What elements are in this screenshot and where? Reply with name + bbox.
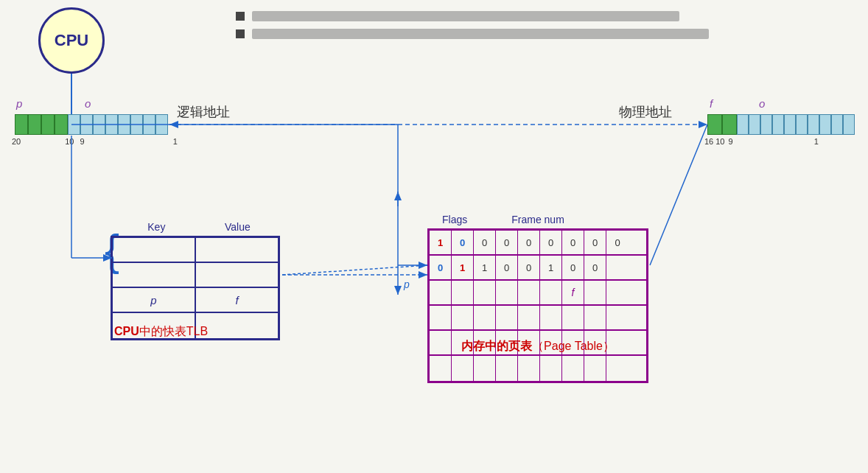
pt-r2-c9 xyxy=(606,256,629,279)
pt-r4-c2 xyxy=(452,306,474,329)
logical-seg-g1 xyxy=(15,114,28,135)
physical-addr-nums: 16 10 9 1 xyxy=(704,137,819,146)
phys-seg-b6 xyxy=(796,114,808,135)
logical-seg-b2 xyxy=(80,114,93,135)
num-10: 10 xyxy=(65,137,74,146)
logical-address-bar xyxy=(15,114,169,135)
pt-frame-header: Frame num xyxy=(511,214,564,225)
bullet-1 xyxy=(236,12,245,21)
cpu-node: CPU xyxy=(38,7,105,74)
p-up-arrowhead xyxy=(394,192,402,200)
logical-seg-g2 xyxy=(28,114,41,135)
f-dashed xyxy=(282,265,427,275)
pt-r2-c1: 0 xyxy=(430,256,452,279)
tlb-cell-f: f xyxy=(196,288,278,312)
pt-r2-c2: 1 xyxy=(452,256,474,279)
tlb-key-header: Key xyxy=(147,221,165,233)
tlb-cell-p: p xyxy=(113,288,196,312)
phys-seg-b3 xyxy=(760,114,772,135)
pt-table: 1 0 0 0 0 0 0 0 0 0 1 1 0 0 1 0 0 xyxy=(427,228,648,383)
phys-seg-b4 xyxy=(772,114,784,135)
pt-r2-c5: 0 xyxy=(518,256,540,279)
pt-r2-c6: 1 xyxy=(540,256,562,279)
top-line-1 xyxy=(236,11,752,21)
num-9: 9 xyxy=(80,137,85,146)
physical-o-label: o xyxy=(759,97,765,110)
physical-address-label: 物理地址 xyxy=(619,103,672,121)
pt-to-phys-arrow xyxy=(650,125,707,265)
pt-r4-c5 xyxy=(518,306,540,329)
pt-r3-c9 xyxy=(606,281,629,304)
pt-r6-c5 xyxy=(518,356,540,381)
pt-r3-f: f xyxy=(562,281,584,304)
pt-r4-c1 xyxy=(430,306,452,329)
bullet-2 xyxy=(236,29,245,38)
tlb-cell-1-val xyxy=(196,238,278,262)
pt-r1-c2: 0 xyxy=(452,231,474,254)
num-20: 20 xyxy=(12,137,21,146)
logical-seg-b5 xyxy=(118,114,130,135)
pt-r6-c3 xyxy=(474,356,496,381)
pt-row-3: f xyxy=(430,281,646,306)
tlb-to-pt-arrowhead xyxy=(419,271,427,278)
tlb-row-2 xyxy=(113,263,278,288)
tlb-value-header: Value xyxy=(225,221,251,233)
p-down-arrowhead xyxy=(394,286,402,295)
pt-r4-c9 xyxy=(606,306,629,329)
p-to-pt-arrowhead xyxy=(419,262,427,269)
p-vertical-label: p xyxy=(404,278,410,290)
num-9-phys: 9 xyxy=(729,137,733,146)
num-1-phys: 1 xyxy=(814,137,819,146)
logical-seg-b6 xyxy=(130,114,143,135)
top-dashed-arrow-left xyxy=(169,121,178,128)
phys-seg-g1 xyxy=(707,114,722,135)
pt-r1-c1: 1 xyxy=(430,231,452,254)
tlb-label-cpu: CPU xyxy=(114,325,139,337)
logical-addr-nums: 20 10 9 1 xyxy=(12,137,178,146)
blurred-text-2 xyxy=(252,29,709,39)
pt-r3-c2 xyxy=(452,281,474,304)
tlb-cell-2-key xyxy=(113,263,196,287)
pt-r4-c8 xyxy=(584,306,606,329)
tlb-cell-4-val xyxy=(196,313,278,338)
tlb-row-1 xyxy=(113,238,278,263)
tlb-label: CPU中的快表TLB xyxy=(114,324,208,340)
cpu-to-bar-arrow xyxy=(71,74,72,114)
pt-row-4 xyxy=(430,306,646,331)
pt-r6-c2 xyxy=(452,356,474,381)
pt-r6-c6 xyxy=(540,356,562,381)
logical-seg-b4 xyxy=(105,114,118,135)
pt-flags-header: Flags xyxy=(442,214,467,225)
pt-r6-c7 xyxy=(562,356,584,381)
pt-row-1: 1 0 0 0 0 0 0 0 0 xyxy=(430,231,646,256)
tlb-container: Key Value p f xyxy=(111,221,280,340)
pt-row-6 xyxy=(430,356,646,381)
top-dashed-arrow-right xyxy=(699,121,707,128)
pt-label-rest: （Page Table） xyxy=(532,340,615,352)
pt-r6-c9 xyxy=(606,356,629,381)
tlb-header: Key Value xyxy=(111,221,280,233)
pt-label-bold: 内存中的页表 xyxy=(461,340,532,352)
pt-r3-c4 xyxy=(496,281,518,304)
logical-seg-b7 xyxy=(143,114,155,135)
logical-o-label: o xyxy=(85,97,91,110)
logical-seg-b1 xyxy=(68,114,80,135)
phys-seg-b7 xyxy=(808,114,819,135)
physical-f-label: f xyxy=(710,97,713,110)
pt-r1-c4: 0 xyxy=(496,231,518,254)
phys-seg-b5 xyxy=(784,114,796,135)
logical-p-label: p xyxy=(16,97,22,110)
logical-address-label: 逻辑地址 xyxy=(177,103,230,121)
pt-r3-c1 xyxy=(430,281,452,304)
tlb-cell-1-key xyxy=(113,238,196,262)
top-line-2 xyxy=(236,29,752,39)
phys-seg-b10 xyxy=(843,114,855,135)
blurred-text-1 xyxy=(252,11,679,21)
pt-r4-c3 xyxy=(474,306,496,329)
pt-r1-c7: 0 xyxy=(562,231,584,254)
pt-r3-c8 xyxy=(584,281,606,304)
phys-seg-b1 xyxy=(737,114,749,135)
num-1-logical: 1 xyxy=(173,137,178,146)
tlb-cell-2-val xyxy=(196,263,278,287)
pt-r2-c7: 0 xyxy=(562,256,584,279)
